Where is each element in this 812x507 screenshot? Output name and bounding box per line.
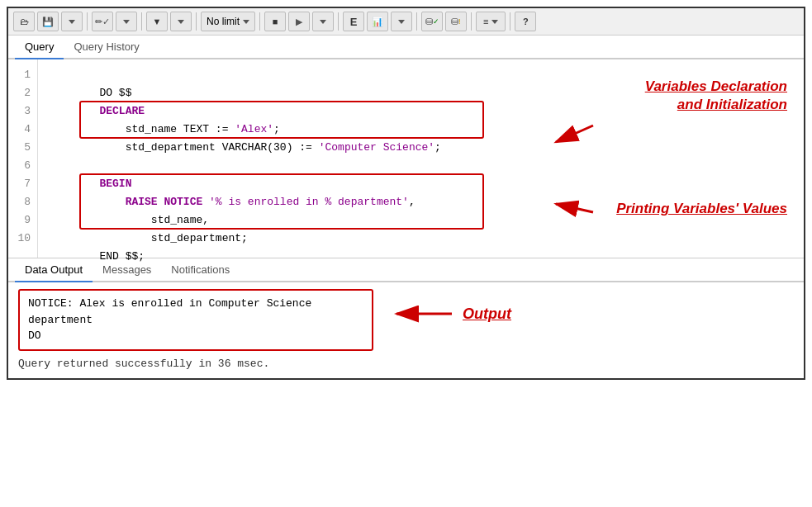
chevron-down-icon	[398, 20, 405, 24]
output-box: NOTICE: Alex is enrolled in Computer Sci…	[18, 289, 373, 351]
explain-button[interactable]: E	[343, 12, 364, 31]
pencil-button[interactable]: ✏✓	[92, 12, 113, 31]
no-limit-dropdown[interactable]: No limit	[201, 12, 255, 31]
code-text[interactable]: DO $$ DECLARE std_name TEXT := 'Alex'; s…	[38, 59, 804, 258]
save-dropdown-button[interactable]	[61, 12, 83, 31]
database2-icon: ⛁	[451, 17, 458, 27]
filter-icon: ▼	[153, 17, 162, 26]
pencil-dropdown-button[interactable]	[116, 12, 137, 31]
help-button[interactable]: ?	[515, 12, 536, 31]
explain-dropdown-button[interactable]	[391, 12, 412, 31]
no-limit-label: No limit	[207, 16, 240, 27]
play-button[interactable]: ▶	[288, 12, 310, 31]
explain-bar-button[interactable]: 📊	[367, 12, 388, 31]
status-line: Query returned successfully in 36 msec.	[18, 358, 794, 370]
separator	[87, 12, 88, 31]
output-line-1: NOTICE: Alex is enrolled in Computer Sci…	[28, 296, 363, 328]
chevron-down-icon	[320, 20, 326, 24]
toolbar: 🗁 💾 ✏✓ ▼ No limit ■ ▶	[8, 8, 804, 36]
output-row: NOTICE: Alex is enrolled in Computer Sci…	[18, 289, 794, 351]
code-line-6: BEGIN	[48, 157, 794, 175]
pencil-icon: ✏	[95, 17, 102, 27]
chevron-down-icon	[243, 20, 249, 24]
separator	[416, 12, 417, 31]
chevron-down-icon	[69, 20, 75, 24]
stop-icon: ■	[273, 17, 278, 26]
output-line-2: DO	[28, 328, 363, 344]
stop-button[interactable]: ■	[264, 12, 286, 31]
output-content: NOTICE: Alex is enrolled in Computer Sci…	[8, 282, 804, 378]
pencil-check-icon: ✓	[102, 17, 110, 27]
list-button[interactable]: ≡	[476, 12, 506, 31]
separator	[510, 12, 510, 31]
list-icon: ≡	[483, 17, 488, 26]
explain-icon: E	[350, 16, 358, 28]
output-annotation-text: Output	[463, 306, 511, 323]
main-window: 🗁 💾 ✏✓ ▼ No limit ■ ▶	[7, 7, 805, 380]
filter-button[interactable]: ▼	[146, 12, 168, 31]
folder-icon: 🗁	[20, 17, 29, 26]
query-tabs-bar: Query Query History	[8, 36, 804, 59]
bar-chart-icon: 📊	[372, 17, 383, 27]
tab-notifications[interactable]: Notifications	[161, 258, 240, 282]
warning-icon: !	[458, 17, 461, 26]
db1-button[interactable]: ⛁✓	[421, 12, 443, 31]
code-line-7: RAISE NOTICE '% is enrolled in % departm…	[48, 175, 794, 193]
separator	[338, 12, 339, 31]
tab-query[interactable]: Query	[15, 36, 64, 59]
code-line-1: DO $$	[48, 66, 794, 84]
output-section: Data Output Messages Notifications NOTIC…	[8, 258, 804, 378]
separator	[141, 12, 142, 31]
separator	[471, 12, 472, 31]
output-arrow-svg	[390, 289, 456, 339]
code-editor[interactable]: 1 2 3 4 5 6 7 8 9 10 DO $$ DECLARE std_n…	[8, 59, 804, 258]
help-icon: ?	[523, 17, 529, 26]
filter-dropdown-button[interactable]	[170, 12, 192, 31]
chevron-down-icon	[123, 20, 130, 24]
db2-button[interactable]: ⛁!	[445, 12, 467, 31]
play-icon: ▶	[296, 17, 302, 27]
line-numbers: 1 2 3 4 5 6 7 8 9 10	[8, 59, 38, 258]
tab-query-history[interactable]: Query History	[64, 36, 149, 59]
save-icon: 💾	[42, 17, 54, 27]
database1-icon: ⛁	[425, 17, 433, 27]
code-line-2: DECLARE	[48, 84, 794, 102]
save-button[interactable]: 💾	[37, 12, 59, 31]
chevron-down-icon	[491, 20, 498, 24]
play-dropdown-button[interactable]	[312, 12, 334, 31]
check-icon: ✓	[433, 17, 439, 26]
separator	[196, 12, 197, 31]
folder-button[interactable]: 🗁	[13, 12, 35, 31]
separator	[259, 12, 260, 31]
code-line-3: std_name TEXT := 'Alex';	[48, 102, 794, 121]
chevron-down-icon	[178, 20, 184, 24]
output-annotation-area: Output	[390, 289, 511, 339]
